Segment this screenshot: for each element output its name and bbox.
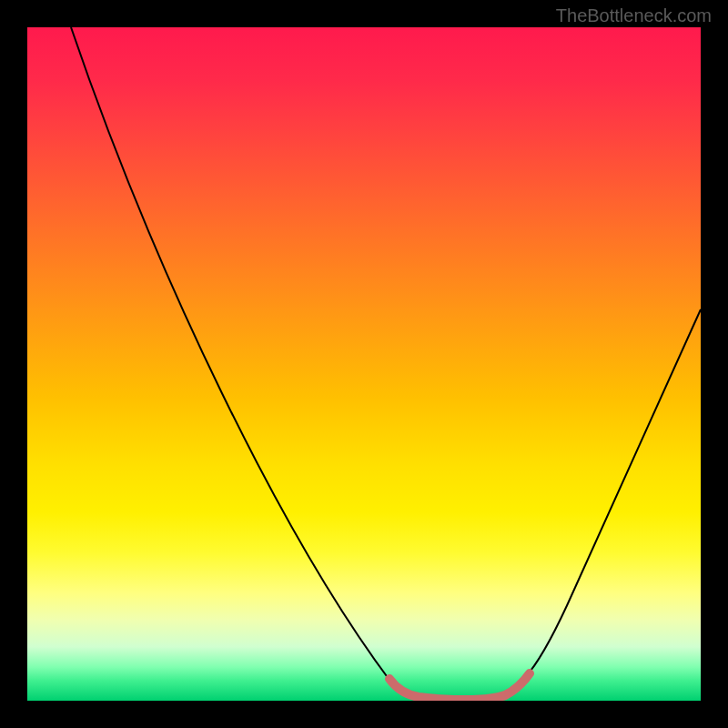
plot-area	[27, 27, 701, 701]
bottleneck-curve	[71, 27, 701, 699]
bottleneck-floor-highlight	[389, 673, 530, 700]
watermark-text: TheBottleneck.com	[556, 5, 712, 26]
curve-svg	[27, 27, 701, 701]
